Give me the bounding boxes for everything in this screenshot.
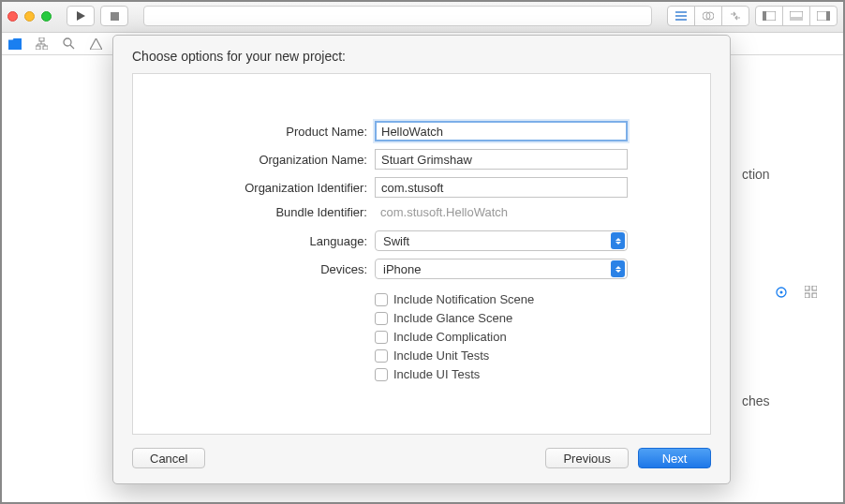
svg-rect-14 bbox=[36, 46, 40, 50]
arrows-icon bbox=[730, 11, 741, 21]
devices-row: Devices: iPhone bbox=[152, 259, 691, 279]
include-notification-checkbox[interactable]: Include Notification Scene bbox=[375, 292, 691, 306]
include-unit-tests-checkbox[interactable]: Include Unit Tests bbox=[375, 348, 691, 363]
language-selected: Swift bbox=[383, 234, 409, 248]
window-toolbar bbox=[0, 0, 845, 33]
org-id-row: Organization Identifier: bbox=[152, 177, 691, 198]
background-sidebar: ction ches bbox=[742, 56, 826, 416]
venn-icon bbox=[703, 10, 714, 22]
inspector-tab-help[interactable] bbox=[805, 286, 817, 302]
folder-icon bbox=[8, 38, 22, 50]
editor-mode-group bbox=[667, 6, 749, 26]
toggle-debug-button[interactable] bbox=[782, 6, 810, 26]
sheet-body: Product Name: Organization Name: Organiz… bbox=[132, 73, 711, 435]
issue-navigator-tab[interactable] bbox=[89, 37, 103, 51]
svg-rect-25 bbox=[812, 286, 817, 290]
product-name-label: Product Name: bbox=[152, 125, 367, 139]
background-text: ches bbox=[742, 386, 826, 416]
language-label: Language: bbox=[152, 234, 367, 248]
checkbox-icon bbox=[375, 349, 388, 363]
org-id-label: Organization Identifier: bbox=[152, 181, 367, 195]
background-text: ction bbox=[742, 159, 826, 189]
previous-button[interactable]: Previous bbox=[545, 448, 629, 468]
zoom-window-button[interactable] bbox=[41, 11, 52, 22]
activity-status bbox=[143, 6, 652, 26]
run-button[interactable] bbox=[67, 6, 95, 26]
checkbox-label: Include Complication bbox=[393, 330, 507, 344]
devices-label: Devices: bbox=[152, 262, 367, 276]
checkbox-icon bbox=[375, 368, 388, 381]
stop-button[interactable] bbox=[100, 6, 128, 26]
bottom-panel-icon bbox=[790, 11, 803, 21]
include-complication-checkbox[interactable]: Include Complication bbox=[375, 330, 691, 344]
toggle-navigator-button[interactable] bbox=[755, 6, 783, 26]
org-name-row: Organization Name: bbox=[152, 149, 691, 170]
bundle-id-value: com.stusoft.HelloWatch bbox=[375, 205, 508, 219]
language-row: Language: Swift bbox=[152, 230, 691, 251]
standard-editor-button[interactable] bbox=[667, 6, 695, 26]
minimize-window-button[interactable] bbox=[24, 11, 35, 22]
version-editor-button[interactable] bbox=[721, 6, 749, 26]
sheet-footer: Cancel Previous Next bbox=[113, 448, 730, 483]
grid-icon bbox=[805, 286, 817, 298]
checkbox-label: Include Unit Tests bbox=[393, 348, 489, 363]
stop-icon bbox=[111, 12, 119, 21]
close-window-button[interactable] bbox=[7, 11, 18, 22]
svg-rect-27 bbox=[812, 293, 817, 298]
find-navigator-tab[interactable] bbox=[62, 37, 76, 51]
checkbox-label: Include Notification Scene bbox=[393, 292, 534, 306]
inspector-tabs bbox=[775, 286, 817, 302]
inspector-tab-identity[interactable] bbox=[775, 286, 788, 302]
include-glance-checkbox[interactable]: Include Glance Scene bbox=[375, 311, 691, 325]
svg-point-20 bbox=[64, 38, 71, 46]
product-name-input[interactable] bbox=[375, 121, 628, 141]
chevron-updown-icon bbox=[611, 232, 625, 249]
toggle-utilities-button[interactable] bbox=[809, 6, 838, 26]
bundle-id-row: Bundle Identifier: com.stusoft.HelloWatc… bbox=[152, 205, 691, 219]
devices-select[interactable]: iPhone bbox=[375, 259, 628, 279]
svg-rect-26 bbox=[805, 293, 809, 298]
org-name-label: Organization Name: bbox=[152, 153, 367, 167]
include-ui-tests-checkbox[interactable]: Include UI Tests bbox=[375, 367, 691, 381]
svg-rect-13 bbox=[39, 37, 44, 41]
assistant-editor-button[interactable] bbox=[694, 6, 722, 26]
right-panel-icon bbox=[817, 11, 830, 21]
svg-point-23 bbox=[780, 291, 783, 294]
svg-rect-8 bbox=[763, 11, 766, 21]
search-icon bbox=[63, 37, 75, 50]
project-navigator-tab[interactable] bbox=[7, 37, 22, 51]
checkbox-icon bbox=[375, 293, 388, 306]
sheet-title: Choose options for your new project: bbox=[113, 36, 730, 73]
svg-rect-1 bbox=[111, 12, 119, 21]
hierarchy-icon bbox=[36, 37, 48, 50]
project-options-form: Product Name: Organization Name: Organiz… bbox=[152, 121, 691, 381]
checkbox-icon bbox=[375, 312, 388, 325]
checkbox-icon bbox=[375, 331, 388, 344]
product-name-row: Product Name: bbox=[152, 121, 691, 141]
lines-icon bbox=[675, 11, 687, 21]
bundle-id-label: Bundle Identifier: bbox=[152, 205, 367, 219]
play-icon bbox=[77, 11, 85, 21]
target-icon bbox=[775, 286, 788, 299]
cancel-button[interactable]: Cancel bbox=[132, 448, 205, 468]
symbol-navigator-tab[interactable] bbox=[35, 37, 49, 51]
checkbox-label: Include UI Tests bbox=[393, 367, 480, 381]
language-select[interactable]: Swift bbox=[375, 230, 628, 251]
options-checkboxes: Include Notification Scene Include Glanc… bbox=[375, 292, 691, 381]
svg-rect-12 bbox=[826, 11, 830, 21]
chevron-updown-icon bbox=[611, 260, 625, 277]
svg-rect-24 bbox=[805, 286, 809, 290]
svg-rect-10 bbox=[790, 17, 803, 21]
devices-selected: iPhone bbox=[383, 262, 421, 276]
svg-marker-0 bbox=[77, 11, 85, 21]
checkbox-label: Include Glance Scene bbox=[393, 311, 512, 325]
svg-line-21 bbox=[70, 45, 74, 49]
window-controls bbox=[7, 11, 52, 22]
svg-rect-15 bbox=[43, 46, 48, 50]
warning-icon bbox=[90, 38, 102, 50]
org-id-input[interactable] bbox=[375, 177, 628, 198]
next-button[interactable]: Next bbox=[638, 448, 711, 468]
org-name-input[interactable] bbox=[375, 149, 628, 170]
left-panel-icon bbox=[763, 11, 776, 21]
panel-toggle-group bbox=[755, 6, 838, 26]
